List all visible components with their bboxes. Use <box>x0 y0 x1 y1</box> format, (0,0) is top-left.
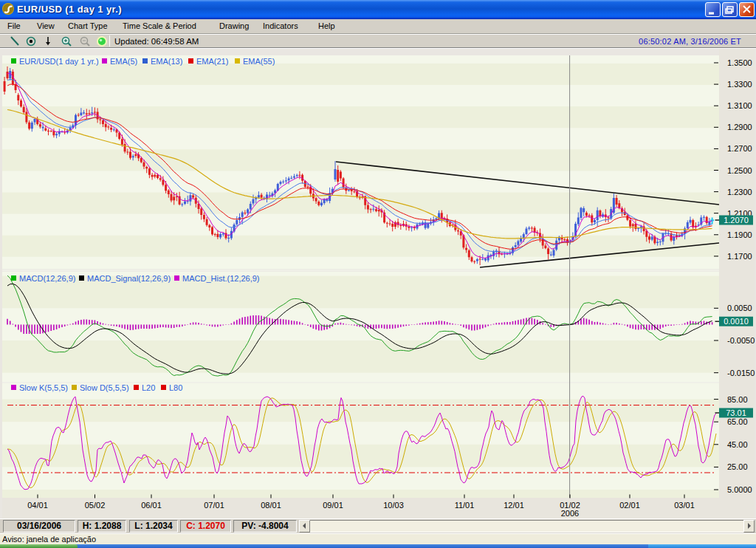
svg-text:1.3100: 1.3100 <box>727 101 752 110</box>
svg-text:0.0010: 0.0010 <box>724 317 749 326</box>
svg-text:65.00: 65.00 <box>727 417 748 426</box>
svg-text:1.3300: 1.3300 <box>727 80 752 89</box>
svg-text:MACD_Signal(12,26,9): MACD_Signal(12,26,9) <box>87 274 171 283</box>
svg-text:5.0000: 5.0000 <box>727 485 752 494</box>
svg-text:07/01: 07/01 <box>204 501 224 510</box>
svg-text:1.3500: 1.3500 <box>727 58 752 67</box>
svg-text:02/01: 02/01 <box>619 501 640 510</box>
svg-text:MACD(12,26,9): MACD(12,26,9) <box>19 274 75 283</box>
svg-text:25.00: 25.00 <box>727 462 748 471</box>
svg-text:1.2300: 1.2300 <box>727 188 752 196</box>
svg-text:1.2700: 1.2700 <box>727 144 752 153</box>
svg-text:1.2500: 1.2500 <box>727 166 752 175</box>
svg-text:85.00: 85.00 <box>727 395 748 404</box>
svg-text:11/01: 11/01 <box>455 501 475 510</box>
svg-text:-0.0150: -0.0150 <box>727 369 755 377</box>
svg-text:2006: 2006 <box>561 509 579 518</box>
svg-text:EMA(5): EMA(5) <box>110 57 137 66</box>
svg-text:MACD_Hist.(12,26,9): MACD_Hist.(12,26,9) <box>182 274 260 283</box>
svg-text:0.0050: 0.0050 <box>727 304 752 312</box>
svg-text:L20: L20 <box>142 383 155 392</box>
svg-text:09/01: 09/01 <box>323 501 343 510</box>
svg-text:04/01: 04/01 <box>27 501 48 510</box>
svg-text:03/01: 03/01 <box>674 501 695 510</box>
svg-text:73.01: 73.01 <box>726 408 746 417</box>
svg-text:EUR/USD(1 day 1 yr.): EUR/USD(1 day 1 yr.) <box>19 57 99 66</box>
svg-text:12/01: 12/01 <box>504 501 524 510</box>
svg-text:EMA(13): EMA(13) <box>151 57 182 66</box>
svg-text:L80: L80 <box>169 383 182 392</box>
svg-text:1.2900: 1.2900 <box>727 123 752 131</box>
svg-text:Slow D(5,5,5): Slow D(5,5,5) <box>80 383 129 392</box>
svg-text:08/01: 08/01 <box>261 501 281 510</box>
svg-text:1.2070: 1.2070 <box>724 216 749 225</box>
svg-text:06/01: 06/01 <box>141 501 162 510</box>
svg-text:45.00: 45.00 <box>727 440 748 449</box>
svg-text:-0.0050: -0.0050 <box>727 336 755 345</box>
svg-text:1.1900: 1.1900 <box>727 230 752 239</box>
svg-text:EMA(55): EMA(55) <box>243 57 275 66</box>
svg-text:Slow K(5,5,5): Slow K(5,5,5) <box>19 383 68 392</box>
svg-text:1.1700: 1.1700 <box>727 252 752 261</box>
svg-text:EMA(21): EMA(21) <box>196 57 228 66</box>
svg-text:10/03: 10/03 <box>383 501 404 510</box>
svg-text:05/02: 05/02 <box>85 501 106 510</box>
